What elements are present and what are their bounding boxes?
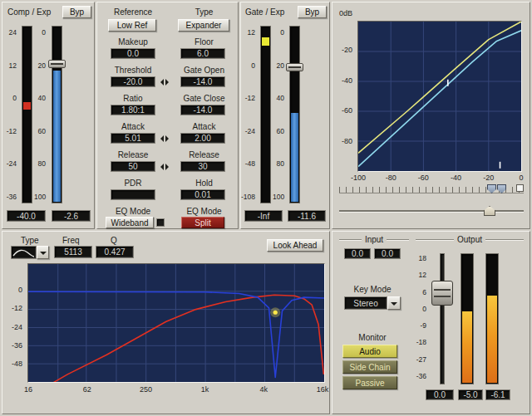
look-ahead-button[interactable]: Look Ahead bbox=[267, 239, 323, 252]
scale-label: -40 bbox=[332, 77, 355, 84]
makeup-slider-track[interactable] bbox=[339, 210, 524, 213]
filter-type-display[interactable] bbox=[11, 246, 37, 259]
scale-label: -60 bbox=[332, 107, 355, 114]
gate-open-value[interactable]: -14.0 bbox=[180, 76, 225, 87]
threshold-value[interactable]: -20.0 bbox=[111, 76, 155, 87]
scale-label: 80 bbox=[273, 160, 287, 167]
release-label: Release bbox=[97, 150, 169, 159]
scale-label: -20 bbox=[478, 174, 500, 182]
output-header-label: Output bbox=[457, 235, 482, 244]
gate-attack-label: Attack bbox=[169, 122, 239, 131]
eq-plot[interactable] bbox=[28, 264, 324, 382]
filter-curve-icon bbox=[12, 247, 35, 257]
threshold-link-spinner[interactable] bbox=[160, 79, 169, 86]
spin-left-icon bbox=[160, 164, 164, 170]
output-fader bbox=[431, 253, 453, 384]
divider bbox=[485, 239, 524, 241]
output-fader-handle[interactable] bbox=[431, 281, 453, 306]
comp-bypass-button[interactable]: Byp bbox=[62, 6, 91, 18]
scale-label: -108 bbox=[241, 193, 258, 200]
type-expander-button[interactable]: Expander bbox=[178, 19, 229, 32]
gate-release-label: Release bbox=[169, 150, 239, 159]
output-meter-left-readout[interactable]: -5.0 bbox=[458, 389, 483, 400]
output-meter-right-readout[interactable]: -6.1 bbox=[485, 389, 510, 400]
release-link-spinner[interactable] bbox=[160, 164, 169, 170]
slider-reset-box[interactable] bbox=[516, 184, 524, 192]
q-label: Q bbox=[111, 236, 117, 245]
scale-label: 62 bbox=[76, 385, 98, 394]
makeup-slider-handle[interactable] bbox=[484, 206, 495, 216]
monitor-label: Monitor bbox=[336, 333, 409, 342]
eq-graph bbox=[27, 263, 325, 383]
scale-label: 24 bbox=[2, 29, 19, 36]
scale-label: -24 bbox=[2, 160, 19, 167]
divider bbox=[416, 239, 454, 241]
gate-gain-readout[interactable]: -11.6 bbox=[288, 210, 326, 222]
scale-label: -20 bbox=[332, 46, 355, 53]
gate-close-value[interactable]: -14.0 bbox=[180, 105, 225, 115]
scale-label: 0 bbox=[34, 29, 48, 36]
comp-transfer-curve bbox=[358, 31, 521, 167]
scale-label: 16 bbox=[17, 385, 39, 394]
output-meter-right bbox=[485, 253, 499, 384]
key-mode-dropdown-button[interactable] bbox=[387, 296, 401, 310]
eq-mode-wideband-button[interactable]: Wideband bbox=[106, 217, 154, 228]
comp-gain-readout[interactable]: -2.6 bbox=[52, 210, 91, 222]
scale-label: 1k bbox=[194, 385, 215, 394]
transfer-graph-panel: 0dB -20-40-60-80 -100-80-60-40-200 bbox=[332, 2, 530, 229]
output-meter-right-fill bbox=[487, 296, 497, 383]
scale-label: 4k bbox=[253, 385, 274, 394]
q-value[interactable]: 0.427 bbox=[96, 246, 134, 258]
scale-label: -12 bbox=[241, 95, 258, 101]
scale-label: 16k bbox=[312, 385, 333, 394]
freq-value[interactable]: 5113 bbox=[54, 246, 92, 258]
eq-point-handle[interactable] bbox=[273, 311, 278, 315]
hold-label: Hold bbox=[169, 179, 239, 188]
scale-label: -12 bbox=[2, 128, 19, 135]
divider bbox=[387, 239, 409, 241]
makeup-value[interactable]: 0.0 bbox=[111, 48, 155, 59]
input-gain-left-value[interactable]: 0.0 bbox=[344, 248, 371, 259]
gate-threshold-readout[interactable]: -Inf bbox=[244, 210, 283, 222]
gate-attack-value[interactable]: 2.00 bbox=[180, 133, 225, 144]
monitor-side-chain-button[interactable]: Side Chain bbox=[342, 360, 397, 374]
hold-value[interactable]: 0.01 bbox=[180, 189, 225, 200]
reference-label: Reference bbox=[97, 7, 169, 17]
eq-mode-split-button[interactable]: Split bbox=[181, 217, 224, 228]
comp-threshold-readout[interactable]: -40.0 bbox=[7, 210, 46, 222]
release-value[interactable]: 50 bbox=[111, 161, 155, 172]
divider bbox=[339, 239, 362, 241]
ratio-value[interactable]: 1.80:1 bbox=[111, 105, 155, 115]
scale-label: 0 bbox=[4, 286, 25, 293]
pdr-label: PDR bbox=[97, 179, 169, 188]
floor-label: Floor bbox=[169, 37, 239, 46]
scale-label: -36 bbox=[2, 193, 19, 200]
scale-label: -27 bbox=[409, 356, 429, 363]
threshold-label: Threshold bbox=[97, 66, 169, 75]
comp-fader-handle[interactable] bbox=[48, 60, 66, 68]
freq-label: Freq bbox=[62, 236, 80, 245]
scale-label: -60 bbox=[412, 174, 434, 182]
input-gain-right-value[interactable]: 0.0 bbox=[374, 248, 401, 259]
scale-label: 20 bbox=[273, 62, 287, 69]
scale-label: 60 bbox=[273, 128, 287, 135]
attack-link-spinner[interactable] bbox=[160, 135, 169, 142]
attack-value[interactable]: 5.01 bbox=[111, 133, 155, 144]
transfer-plot[interactable] bbox=[358, 22, 521, 171]
comp-fader bbox=[48, 26, 66, 203]
gate-release-value[interactable]: 30 bbox=[180, 161, 225, 172]
output-fader-readout[interactable]: 0.0 bbox=[426, 389, 454, 400]
scale-label: 12 bbox=[2, 62, 19, 69]
comp-threshold-marker bbox=[23, 102, 31, 110]
low-ref-button[interactable]: Low Ref bbox=[108, 19, 156, 32]
key-mode-value[interactable]: Stereo bbox=[344, 296, 387, 310]
gate-fader-handle[interactable] bbox=[286, 63, 303, 71]
pdr-value[interactable] bbox=[111, 189, 155, 200]
eq-mode-link-indicator[interactable] bbox=[156, 218, 165, 227]
monitor-passive-button[interactable]: Passive bbox=[342, 376, 397, 389]
filter-type-dropdown-button[interactable] bbox=[37, 246, 49, 259]
gate-bypass-button[interactable]: Byp bbox=[298, 6, 327, 18]
monitor-audio-button[interactable]: Audio bbox=[342, 345, 397, 358]
floor-value[interactable]: 6.0 bbox=[180, 48, 225, 59]
scale-label: -9 bbox=[409, 322, 429, 329]
